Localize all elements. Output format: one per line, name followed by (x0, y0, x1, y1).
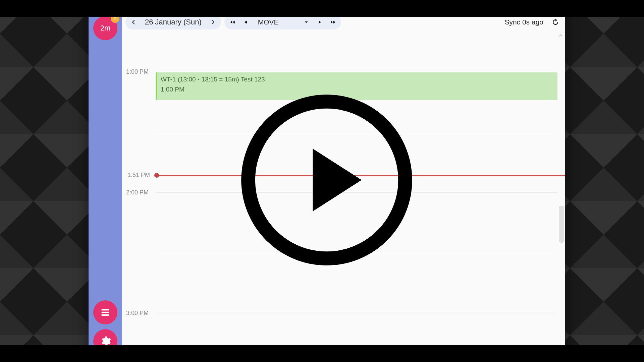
calendar[interactable]: 1:00 PM2:00 PM3:00 PMWT-1 (13:00 - 13:15… (122, 32, 565, 359)
hour-line (156, 72, 557, 72)
move-nav: MOVE (224, 15, 341, 29)
letterbox-bottom (0, 345, 644, 362)
now-label: 1:51 PM (127, 172, 150, 179)
chevron-right-icon (210, 19, 216, 25)
chevron-down-icon (303, 19, 309, 25)
now-line (156, 175, 565, 176)
half-hour-line (156, 253, 557, 253)
chevron-left-icon (130, 19, 137, 25)
fast-forward-icon (330, 19, 336, 25)
mode-select[interactable]: MOVE (253, 18, 300, 26)
step-forward-button[interactable] (313, 15, 326, 29)
main-area: 26 January (Sun) MOVE (122, 13, 565, 359)
step-back-button[interactable] (239, 15, 253, 29)
mode-dropdown-button[interactable] (300, 15, 313, 29)
close-icon (113, 16, 117, 21)
hour-label: 1:00 PM (126, 68, 149, 75)
sidebar: 2m (89, 13, 122, 359)
play-right-icon (317, 19, 323, 25)
half-hour-line (156, 132, 557, 132)
play-left-icon (243, 19, 249, 25)
scrollbar-thumb[interactable] (559, 206, 564, 243)
sync-button[interactable] (549, 16, 561, 28)
app-window: WT4 - 1.7.1 (DEBUG) 2m (89, 1, 565, 359)
now-indicator-dot (154, 173, 159, 178)
chevron-up-icon (558, 33, 564, 38)
date-label: 26 January (Sun) (140, 18, 206, 26)
scroll-up-button[interactable] (558, 33, 564, 38)
refresh-icon (551, 18, 559, 26)
fast-rewind-button[interactable] (226, 15, 239, 29)
hour-line (156, 313, 557, 313)
date-nav: 26 January (Sun) (125, 15, 221, 29)
fast-forward-button[interactable] (326, 15, 340, 29)
hour-label: 2:00 PM (126, 189, 149, 196)
event-time: 1:00 PM (161, 84, 554, 95)
prev-day-button[interactable] (127, 15, 140, 29)
hour-line (156, 192, 557, 193)
timer-button[interactable]: 2m (93, 16, 117, 40)
hour-label: 3:00 PM (126, 310, 149, 317)
event-title: WT-1 (13:00 - 13:15 = 15m) Test 123 (161, 74, 554, 84)
logs-button[interactable] (93, 300, 117, 324)
mode-label: MOVE (258, 18, 279, 26)
svg-rect-1 (102, 312, 109, 313)
letterbox-top (0, 0, 644, 17)
svg-rect-2 (102, 314, 109, 316)
svg-rect-0 (102, 309, 109, 310)
fast-rewind-icon (229, 19, 235, 25)
timer-value: 2m (100, 24, 111, 33)
next-day-button[interactable] (206, 15, 220, 29)
calendar-event[interactable]: WT-1 (13:00 - 13:15 = 15m) Test 1231:00 … (156, 72, 557, 100)
list-icon (100, 307, 111, 318)
sync-status: Sync 0s ago (504, 18, 543, 26)
